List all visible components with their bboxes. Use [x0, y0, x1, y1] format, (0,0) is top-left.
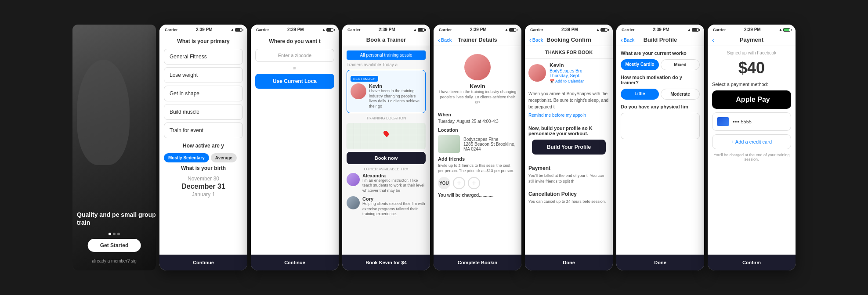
- option-train-for-event[interactable]: Train for event: [164, 122, 243, 138]
- add-friend-1-button[interactable]: +: [453, 177, 465, 189]
- status-bar-3: Carrier 2:39 PM ▲: [342, 25, 430, 34]
- confirm-payment-button[interactable]: Confirm: [708, 255, 796, 270]
- book-now-button[interactable]: Book now: [347, 152, 426, 164]
- carrier-6: Carrier: [622, 28, 635, 32]
- back-button-6[interactable]: ‹ Back: [621, 37, 634, 43]
- time-4: 2:39 PM: [470, 27, 487, 32]
- hero-screen: Quality and pe small group train Get Sta…: [72, 25, 156, 270]
- status-bar-5: Carrier 2:39 PM ▲: [525, 25, 613, 34]
- trainer-row-kevin: Kevin I have been in the training indust…: [351, 83, 422, 109]
- signin-link[interactable]: already a member? sig: [92, 259, 137, 263]
- battery-icon-4: [509, 28, 516, 32]
- toggle-mixed[interactable]: Mixed: [661, 59, 700, 70]
- detail-trainer-desc: I have been in the training industry cha…: [438, 90, 517, 105]
- continue-button-1[interactable]: Continue: [159, 255, 247, 270]
- name-cory: Cory: [362, 196, 426, 201]
- remind-link[interactable]: Remind me before my appoin: [528, 112, 609, 119]
- time-1: 2:39 PM: [196, 27, 213, 32]
- done-button[interactable]: Done: [525, 255, 613, 270]
- icons-1: ▲: [231, 28, 242, 32]
- avatar-cory: [347, 196, 360, 209]
- complete-booking-button[interactable]: Complete Bookin: [434, 255, 521, 270]
- primary-goal-question: What is your primary: [164, 38, 243, 44]
- book-kevin-button[interactable]: Book Kevin for $4: [342, 255, 430, 270]
- confirm-trainer-info: Kevin BodyScapes Bro Thursday, Sept. 📅 A…: [550, 62, 584, 83]
- trainer-card-kevin[interactable]: BEST MATCH Kevin I have been in the trai…: [347, 70, 426, 113]
- back-button-5[interactable]: ‹ Back: [529, 37, 543, 43]
- apple-pay-button[interactable]: Apple Pay: [712, 90, 791, 109]
- continue-button-2[interactable]: Continue: [251, 255, 339, 270]
- btn-average[interactable]: Average: [211, 153, 237, 162]
- chevron-icon-6: ‹: [621, 37, 623, 43]
- dot-2: [113, 233, 116, 235]
- payment-title: Payment: [528, 165, 609, 171]
- location-label: Location: [438, 127, 517, 133]
- icons-2: ▲: [322, 28, 333, 32]
- birthday-question: What is your birth: [164, 165, 243, 171]
- toggle-little[interactable]: Little: [621, 89, 659, 100]
- thanks-banner: THANKS FOR BOOK: [525, 46, 613, 59]
- carrier-3: Carrier: [347, 28, 361, 32]
- toggle-moderate[interactable]: Moderate: [661, 89, 700, 100]
- screens-container: Quality and pe small group train Get Sta…: [72, 25, 796, 270]
- confirm-avatar: [528, 64, 546, 82]
- limitations-input[interactable]: [621, 113, 700, 139]
- done-button-6[interactable]: Done: [616, 255, 704, 270]
- battery-icon-2: [326, 28, 333, 32]
- toggle-mostly-cardio[interactable]: Mostly Cardio: [621, 59, 659, 70]
- carrier-5: Carrier: [530, 28, 543, 32]
- trainer-row-alexandra[interactable]: Alexandra I'm an energetic instructor, I…: [347, 173, 426, 194]
- now-build-text: Now, build your profile so K personalize…: [528, 126, 609, 136]
- trainer-desc-kevin: I have been in the training industry cha…: [369, 89, 422, 109]
- add-credit-card-button[interactable]: + Add a credit card: [712, 134, 791, 149]
- back-button-7[interactable]: ‹: [712, 37, 715, 43]
- trainer-row-cory[interactable]: Cory Helping clients exceed their lim wi…: [347, 196, 426, 217]
- confirm-date: Thursday, Sept.: [550, 73, 584, 78]
- carrier-2: Carrier: [256, 28, 269, 32]
- nav-bar-4: ‹ Back Trainer Details: [434, 34, 521, 46]
- wifi-icon: ▲: [231, 28, 234, 32]
- activity-question: How active are y: [164, 143, 243, 149]
- back-label-4: Back: [441, 37, 452, 43]
- payment-desc: You'll be billed at the end of your tr Y…: [528, 173, 609, 184]
- filter-banner[interactable]: All personal training sessio: [347, 50, 426, 60]
- get-started-button[interactable]: Get Started: [88, 239, 141, 252]
- workout-type-toggles: Mostly Cardio Mixed: [621, 59, 700, 70]
- activity-section: How active are y Mostly Sedentary Averag…: [164, 143, 243, 198]
- month-current: December 31: [181, 183, 225, 191]
- nav-bar-7: ‹ Payment: [708, 34, 796, 46]
- screen-trainer-details: Carrier 2:39 PM ▲ ‹ Back Trainer Details…: [434, 25, 521, 270]
- nav-bar-3: Book a Trainer: [342, 34, 430, 46]
- option-get-in-shape[interactable]: Get in shape: [164, 86, 243, 101]
- nav-title-5: Booking Confirn: [546, 36, 591, 43]
- cancel-desc: You can cancel up to 24 hours befo sessi…: [528, 199, 609, 205]
- back-button-4[interactable]: ‹ Back: [438, 37, 452, 43]
- btn-mostly-sedentary[interactable]: Mostly Sedentary: [164, 153, 209, 162]
- date-picker[interactable]: November 30 December 31 January 1: [164, 176, 243, 198]
- battery-icon-3: [418, 28, 425, 32]
- friends-row: YOU + +: [438, 177, 517, 189]
- build-profile-button[interactable]: Build Your Profile: [532, 140, 606, 155]
- add-friends-label: Add friends: [438, 156, 517, 162]
- screen-book-trainer: Carrier 2:39 PM ▲ Book a Trainer All per…: [342, 25, 430, 270]
- icons-7: ▲: [779, 28, 790, 32]
- add-friend-2-button[interactable]: +: [468, 177, 480, 189]
- when-section: When Tuesday, August 25 at 4:00-4:3: [438, 112, 517, 124]
- trainer-details-content: Kevin I have been in the training indust…: [434, 46, 521, 255]
- option-build-muscle[interactable]: Build muscle: [164, 104, 243, 120]
- back-label-6: Back: [624, 37, 634, 43]
- or-divider: or: [255, 65, 334, 70]
- zipcode-input[interactable]: Enter a zipcode: [255, 49, 334, 62]
- saved-card-option[interactable]: •••• 5555: [712, 112, 791, 131]
- best-match-badge: BEST MATCH: [351, 76, 378, 82]
- month-prev: November 30: [188, 176, 219, 182]
- add-to-calendar-link[interactable]: 📅 Add to Calendar: [550, 79, 584, 83]
- time-2: 2:39 PM: [287, 27, 304, 32]
- payment-section: Payment You'll be billed at the end of y…: [525, 162, 613, 187]
- workout-question: What are your current worko: [621, 50, 700, 56]
- avatar-kevin-main: [351, 83, 366, 99]
- use-current-location-button[interactable]: Use Current Loca: [255, 74, 334, 89]
- option-lose-weight[interactable]: Lose weight: [164, 67, 243, 83]
- location-section: Location Bodyscapes Fitne 1285 Beacon St…: [438, 127, 517, 153]
- option-general-fitness[interactable]: General Fitness: [164, 49, 243, 65]
